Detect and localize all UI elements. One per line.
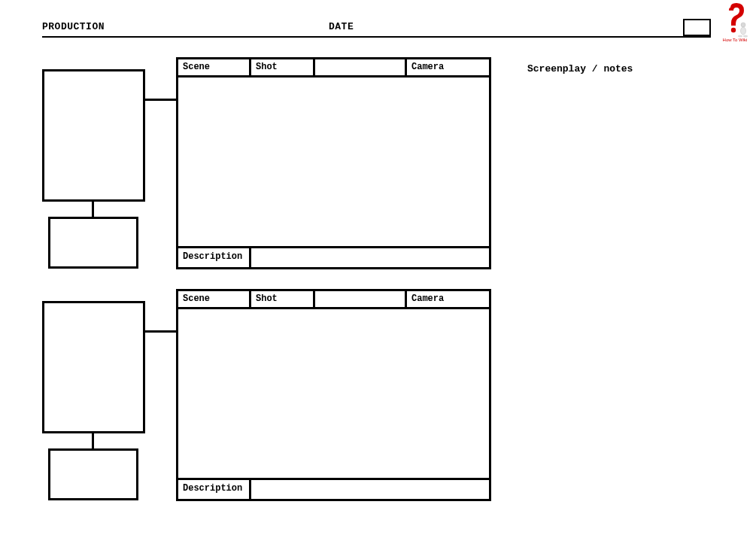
description-label: Description: [178, 480, 251, 499]
header-box: [683, 19, 711, 36]
shot-label: Shot: [251, 59, 315, 75]
production-label: PRODUCTION: [42, 21, 105, 32]
date-label: DATE: [329, 21, 354, 32]
thumbnail-box: [42, 301, 145, 433]
camera-label: Camera: [407, 59, 489, 75]
blank-cell: [315, 59, 407, 75]
blank-cell: [315, 291, 407, 307]
scene-label: Scene: [178, 291, 251, 307]
connector-horizontal: [145, 330, 176, 333]
logo-text: How To Wiki: [718, 38, 751, 42]
svg-point-0: [731, 28, 736, 32]
svg-point-1: [741, 23, 745, 27]
description-blank: [251, 480, 489, 499]
description-blank: [251, 248, 489, 267]
shot-label: Shot: [251, 291, 315, 307]
logo: How To Wiki: [718, 3, 751, 42]
header-bar: PRODUCTION DATE: [42, 21, 711, 38]
description-label: Description: [178, 248, 251, 267]
svg-point-2: [741, 27, 746, 35]
frame-header-row: Scene Shot Camera: [178, 59, 489, 78]
frame-footer-row: Description: [178, 478, 489, 499]
scene-label: Scene: [178, 59, 251, 75]
connector-vertical: [92, 433, 94, 448]
camera-label: Camera: [407, 291, 489, 307]
frame-header-row: Scene Shot Camera: [178, 291, 489, 309]
frame-box: Scene Shot Camera Description: [176, 289, 491, 501]
connector-vertical: [92, 202, 94, 217]
screenplay-notes-label: Screenplay / notes: [527, 63, 633, 74]
frame-footer-row: Description: [178, 246, 489, 267]
caption-box: [48, 217, 138, 269]
connector-horizontal: [145, 99, 176, 101]
question-mark-icon: [718, 3, 751, 38]
frame-box: Scene Shot Camera Description: [176, 57, 491, 269]
thumbnail-box: [42, 69, 145, 202]
caption-box: [48, 448, 138, 500]
